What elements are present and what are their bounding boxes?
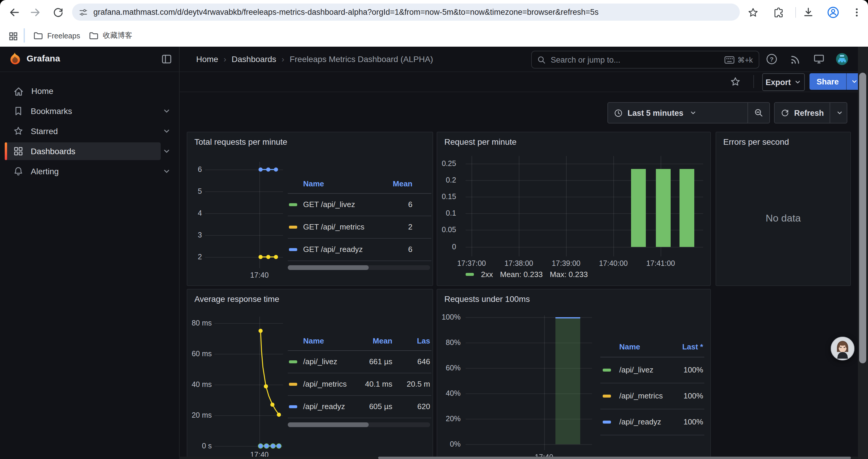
user-avatar[interactable] [836, 53, 848, 66]
mega-menu-toggle-icon[interactable] [161, 53, 173, 65]
series-mean: 6 [408, 245, 412, 254]
series-name[interactable]: GET /api/_metrics [303, 222, 365, 231]
bookmark-folder-blogs[interactable]: 收藏博客 [89, 29, 132, 42]
forward-button[interactable] [28, 5, 42, 20]
series-name[interactable]: 2xx [481, 270, 493, 279]
series-color-swatch[interactable] [289, 248, 297, 251]
search-placeholder: Search or jump to... [551, 55, 620, 64]
series-mean: 2 [408, 222, 412, 231]
legend-header-name[interactable]: Name [619, 342, 640, 351]
star-icon [13, 126, 24, 136]
bookmark-folder-freeleaps[interactable]: Freeleaps [33, 29, 80, 42]
profile-button[interactable] [826, 5, 840, 20]
refresh-interval-button[interactable] [830, 103, 849, 123]
series-color-swatch[interactable] [603, 421, 611, 423]
brand-name[interactable]: Grafana [27, 53, 60, 63]
controls-divider [753, 75, 754, 88]
refresh-label: Refresh [794, 108, 824, 117]
series-color-swatch[interactable] [289, 383, 297, 386]
series-last: 646 [417, 357, 430, 366]
back-button[interactable] [7, 5, 21, 20]
breadcrumb-home[interactable]: Home [196, 54, 218, 64]
series-last: 100% [684, 391, 704, 400]
horizontal-scrollbar-thumb[interactable] [378, 457, 851, 459]
sidebar-expand-starred[interactable] [161, 122, 173, 140]
series-name[interactable]: /api/_livez [619, 365, 653, 374]
series-color-swatch[interactable] [289, 405, 297, 408]
bookmark-star-icon [747, 7, 758, 18]
y-tick: 20% [446, 415, 461, 423]
legend-header-name[interactable]: Name [303, 179, 324, 188]
legend-header-name[interactable]: Name [303, 336, 324, 345]
apps-icon [13, 146, 24, 157]
breadcrumb-dashboards[interactable]: Dashboards [231, 54, 276, 64]
sidebar-item-starred[interactable]: Starred [5, 122, 161, 140]
legend-header-last[interactable]: Las [417, 336, 430, 345]
site-info-icon[interactable] [79, 8, 88, 17]
series-color-swatch[interactable] [289, 360, 297, 363]
legend-header-mean[interactable]: Mean [373, 336, 392, 345]
breadcrumb: Home › Dashboards › Freeleaps Metrics Da… [196, 47, 433, 71]
panel-title[interactable]: Total requests per minute [194, 137, 287, 146]
series-color-swatch[interactable] [289, 203, 297, 206]
series-color-swatch[interactable] [603, 395, 611, 397]
apps-grid-icon [8, 31, 18, 41]
sidebar-item-dashboards[interactable]: Dashboards [5, 142, 161, 160]
bookmark-page-button[interactable] [746, 5, 760, 20]
search-input[interactable]: Search or jump to... ⌘+k [531, 51, 759, 68]
series-color-swatch[interactable] [289, 226, 297, 228]
address-bar[interactable]: grafana.mathmast.com/d/deytv4rwavabkb/fr… [72, 4, 740, 21]
series-color-swatch[interactable] [466, 273, 474, 276]
search-icon [537, 55, 546, 64]
series-name[interactable]: /api/_metrics [619, 391, 663, 400]
sidebar-expand-alerting[interactable] [161, 162, 173, 180]
browser-menu-button[interactable] [850, 5, 864, 20]
y-tick: 80% [446, 338, 461, 347]
time-range-picker[interactable]: Last 5 minutes [608, 103, 747, 123]
panel-title[interactable]: Request per minute [444, 137, 517, 146]
help-button[interactable]: ? [766, 53, 778, 65]
sidebar-expand-bookmarks[interactable] [161, 102, 173, 120]
apps-shortcut-button[interactable] [6, 29, 20, 43]
legend-scrollbar[interactable] [288, 265, 430, 270]
news-button[interactable] [789, 53, 801, 65]
refresh-button[interactable]: Refresh [775, 103, 830, 123]
requests-under-100ms-chart[interactable]: 100% 80% 60% 40% 20% 0% 17:40 [466, 316, 592, 450]
legend-scrollbar-thumb[interactable] [288, 422, 369, 427]
panel-title[interactable]: Average response time [194, 294, 279, 304]
sidebar-item-alerting[interactable]: Alerting [5, 162, 161, 180]
panel-title[interactable]: Errors per second [723, 137, 789, 146]
share-button[interactable]: Share [809, 73, 846, 90]
average-response-time-chart[interactable]: 80 ms 60 ms 40 ms 20 ms 0 s 17:40 [215, 317, 283, 448]
request-per-minute-chart[interactable]: 0.25 0.2 0.15 0.1 0.05 0 17:37:00 17:38:… [466, 156, 703, 256]
legend-scrollbar-thumb[interactable] [288, 265, 369, 270]
series-name[interactable]: GET /api/_readyz [303, 245, 363, 254]
series-name[interactable]: /api/_readyz [303, 402, 345, 411]
series-name[interactable]: GET /api/_livez [303, 200, 355, 209]
series-name[interactable]: /api/_readyz [619, 417, 661, 426]
legend-header-mean[interactable]: Mean [393, 179, 412, 188]
total-requests-chart[interactable]: 6 5 4 3 2 17:40 [205, 162, 283, 268]
legend-header-last[interactable]: Last * [682, 342, 703, 351]
extensions-button[interactable] [772, 5, 786, 20]
assistant-avatar[interactable] [830, 336, 855, 361]
sidebar-collapse-dashboards[interactable] [161, 142, 173, 160]
downloads-button[interactable] [801, 5, 815, 20]
display-button[interactable] [813, 53, 825, 65]
sidebar-item-home[interactable]: Home [5, 82, 161, 100]
series-name[interactable]: /api/_livez [303, 357, 337, 366]
x-tick: 17:38:00 [504, 259, 533, 268]
legend-scrollbar[interactable] [288, 422, 430, 427]
x-tick: 17:39:00 [552, 259, 580, 268]
bookmark-folder-label: Freeleaps [47, 32, 80, 40]
series-color-swatch[interactable] [603, 369, 611, 371]
series-name[interactable]: /api/_metrics [303, 380, 346, 388]
zoom-out-time-button[interactable] [747, 103, 769, 123]
export-button[interactable]: Export [762, 73, 805, 91]
panel-title[interactable]: Requests under 100ms [444, 294, 530, 304]
vertical-scrollbar-thumb[interactable] [859, 73, 866, 363]
favorite-dashboard-button[interactable] [730, 76, 742, 88]
reload-button[interactable] [51, 5, 65, 20]
grafana-logo[interactable] [8, 52, 22, 66]
sidebar-item-bookmarks[interactable]: Bookmarks [5, 102, 161, 120]
